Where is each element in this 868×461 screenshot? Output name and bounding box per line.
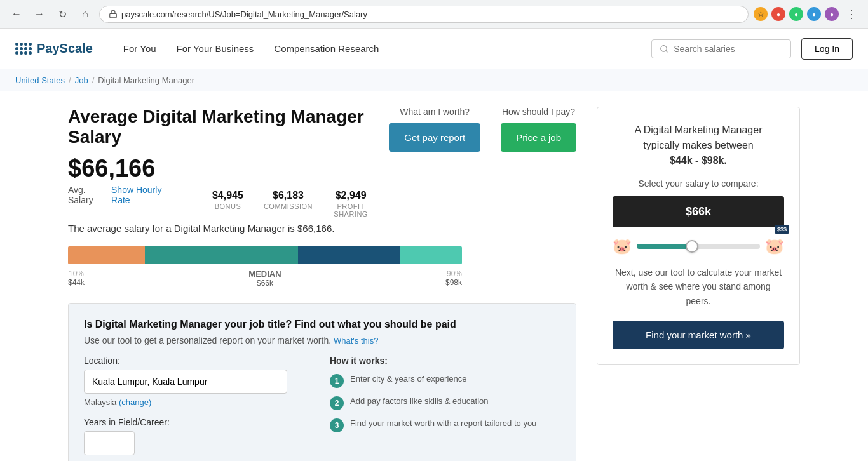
breadcrumb-job[interactable]: Job <box>75 76 88 85</box>
ext-icon-1: ● <box>771 7 785 21</box>
show-hourly-toggle[interactable]: Show Hourly Rate <box>111 185 172 205</box>
step-num-3: 3 <box>330 418 344 432</box>
ext-icon-2: ● <box>789 7 803 21</box>
top-header-section: Average Digital Marketing Manager Salary… <box>68 107 576 218</box>
pig-badge: $$$ <box>775 225 789 234</box>
salary-left-section: Average Digital Marketing Manager Salary… <box>68 107 369 218</box>
step-2-text: Add pay factors like skills & education <box>350 396 489 407</box>
step-num-1: 1 <box>330 374 344 388</box>
right-column: A Digital Marketing Manager typically ma… <box>597 107 800 461</box>
high-amount: $98k <box>445 278 462 287</box>
compare-label: Select your salary to compare: <box>613 178 784 189</box>
years-input[interactable] <box>84 431 135 455</box>
browser-chrome: ← → ↻ ⌂ payscale.com/research/US/Job=Dig… <box>0 0 868 29</box>
pig-high-icon: 🐷 <box>765 237 784 255</box>
high-pct: 90% <box>445 269 462 278</box>
location-input[interactable] <box>84 370 287 394</box>
step-2: 2 Add pay factors like skills & educatio… <box>330 396 560 410</box>
step-num-2: 2 <box>330 396 344 410</box>
url-text: payscale.com/research/US/Job=Digital_Mar… <box>121 10 367 19</box>
change-country-link[interactable]: (change) <box>119 398 151 407</box>
bar-labels: 10% $44k MEDIAN $66k 90% $98k <box>68 269 462 288</box>
how-pay-label: How should I pay? <box>501 107 576 117</box>
search-input[interactable] <box>674 44 783 54</box>
breadcrumb-country[interactable]: United States <box>15 76 65 85</box>
right-card-desc: Next, use our tool to calculate your mar… <box>613 265 784 308</box>
bar-label-high: 90% $98k <box>445 269 462 288</box>
step-3: 3 Find your market worth with a report t… <box>330 418 560 432</box>
cta-left: Location: Malaysia (change) Years in Fie… <box>84 356 315 461</box>
right-card: A Digital Marketing Manager typically ma… <box>597 107 800 365</box>
star-icon[interactable]: ☆ <box>754 7 768 21</box>
median-amount: $66k <box>248 279 281 288</box>
breadcrumb: United States / Job / Digital Marketing … <box>0 69 868 91</box>
right-card-title: A Digital Marketing Manager typically ma… <box>613 123 784 168</box>
bar-label-median: MEDIAN $66k <box>248 269 281 288</box>
commission-amount: $6,183 <box>264 190 313 201</box>
browser-icons: ☆ ● ● ● ● ⋮ <box>754 5 860 23</box>
address-bar[interactable]: payscale.com/research/US/Job=Digital_Mar… <box>99 6 749 23</box>
salary-amount: $66,166 <box>68 155 172 182</box>
ext-icon-4: ● <box>825 7 839 21</box>
logo: PayScale <box>15 41 93 56</box>
site-header: PayScale For You For Your Business Compe… <box>0 29 868 69</box>
search-box[interactable] <box>651 39 791 58</box>
profit-sharing-label: PROFIT SHARING <box>333 203 369 218</box>
get-pay-button[interactable]: Get pay report <box>389 123 480 152</box>
pig-low-icon: 🐷 <box>613 237 632 255</box>
whats-this-link[interactable]: What's this? <box>334 336 378 345</box>
bar-segment-low <box>68 246 145 264</box>
breadcrumb-current: Digital Marketing Manager <box>98 76 194 85</box>
stat-bonus: $4,945 BONUS <box>212 190 243 218</box>
page-title: Average Digital Marketing Manager Salary <box>68 107 369 147</box>
ext-icon-3: ● <box>807 7 821 21</box>
home-button[interactable]: ⌂ <box>76 5 94 23</box>
bar-label-low: 10% $44k <box>68 269 85 288</box>
forward-button[interactable]: → <box>31 5 48 23</box>
cta-subtitle: Use our tool to get a personalized repor… <box>84 335 560 345</box>
years-label: Years in Field/Career: <box>84 417 315 427</box>
cta-right: How it works: 1 Enter city & years of ex… <box>330 356 560 440</box>
header-right: Log In <box>651 38 853 60</box>
logo-dots <box>15 43 32 55</box>
step-1-text: Enter city & years of experience <box>350 373 467 385</box>
stats-row: $4,945 BONUS $6,183 COMMISSION $2,949 PR… <box>212 190 369 218</box>
nav-comp-research[interactable]: Compensation Research <box>264 29 389 69</box>
login-button[interactable]: Log In <box>801 38 853 60</box>
back-button[interactable]: ← <box>8 5 25 23</box>
slider-thumb[interactable] <box>686 240 698 253</box>
logo-text: PayScale <box>37 41 93 56</box>
nav-for-you[interactable]: For You <box>113 29 166 69</box>
main-nav: For You For Your Business Compensation R… <box>113 29 390 69</box>
salary-description: The average salary for a Digital Marketi… <box>68 223 576 234</box>
get-pay-action: What am I worth? Get pay report <box>389 107 480 152</box>
salary-compare-button[interactable]: $66k <box>613 196 784 227</box>
stat-commission: $6,183 COMMISSION <box>264 190 313 218</box>
how-works-title: How it works: <box>330 356 560 366</box>
step-1: 1 Enter city & years of experience <box>330 373 560 388</box>
location-label: Location: <box>84 356 315 366</box>
low-pct: 10% <box>68 269 85 278</box>
svg-point-1 <box>661 45 667 51</box>
breadcrumb-sep-1: / <box>69 76 71 85</box>
nav-for-business[interactable]: For Your Business <box>166 29 264 69</box>
what-worth-label: What am I worth? <box>389 107 480 117</box>
salary-bar <box>68 246 462 264</box>
left-column: Average Digital Marketing Manager Salary… <box>68 107 576 461</box>
low-amount: $44k <box>68 278 85 287</box>
step-3-text: Find your market worth with a report tai… <box>350 418 536 429</box>
menu-button[interactable]: ⋮ <box>843 5 860 23</box>
cta-two-col: Location: Malaysia (change) Years in Fie… <box>84 356 560 461</box>
slider-fill <box>637 244 692 249</box>
reload-button[interactable]: ↻ <box>53 5 71 23</box>
salary-bar-container: 10% $44k MEDIAN $66k 90% $98k <box>68 246 576 288</box>
avg-label: Avg. Salary <box>68 185 106 205</box>
find-worth-right-button[interactable]: Find your market worth » <box>613 321 784 349</box>
svg-rect-0 <box>110 13 117 17</box>
commission-label: COMMISSION <box>264 203 313 210</box>
cta-box: Is Digital Marketing Manager your job ti… <box>68 303 576 461</box>
price-job-button[interactable]: Price a job <box>501 123 576 152</box>
slider-track[interactable] <box>637 244 760 249</box>
pay-actions: What am I worth? Get pay report How shou… <box>389 107 576 152</box>
price-job-action: How should I pay? Price a job <box>501 107 576 152</box>
